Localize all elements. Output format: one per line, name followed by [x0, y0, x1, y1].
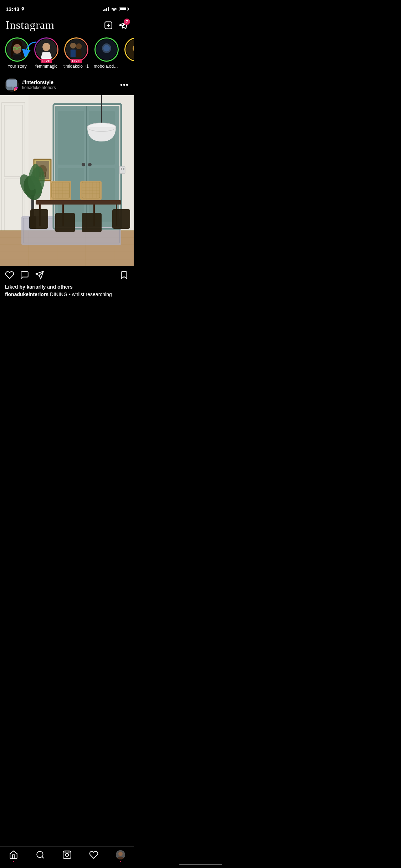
header-icons: 7 — [104, 21, 128, 30]
svg-rect-59 — [121, 168, 122, 170]
clock: 13:43 — [6, 6, 19, 12]
svg-rect-28 — [6, 87, 11, 90]
story-ring-mobola — [94, 37, 119, 62]
svg-rect-66 — [45, 172, 46, 177]
svg-rect-16 — [66, 39, 87, 60]
svg-point-23 — [103, 45, 110, 51]
status-icons — [103, 7, 128, 11]
svg-rect-24 — [126, 39, 134, 60]
blue-arrow-annotation — [22, 40, 40, 58]
messages-button[interactable]: 7 — [119, 21, 128, 30]
post-username[interactable]: #interiorstyle — [22, 79, 117, 85]
post-actions — [0, 266, 134, 284]
svg-rect-76 — [36, 200, 121, 205]
svg-rect-102 — [55, 213, 75, 232]
status-bar: 13:43 — [0, 0, 134, 16]
svg-rect-50 — [58, 111, 84, 165]
live-badge-timidakolo: LIVE — [71, 59, 82, 63]
caption-username: fionadukeinteriors — [5, 291, 48, 297]
story-photo-mobola — [96, 39, 117, 60]
svg-rect-103 — [82, 213, 102, 232]
story-avatar-re — [125, 38, 134, 61]
battery-icon — [119, 7, 128, 11]
wifi-icon — [111, 7, 117, 11]
story-avatar-timidakolo — [65, 38, 87, 61]
svg-rect-104 — [112, 209, 130, 229]
story-avatar-mobola — [96, 38, 118, 61]
svg-rect-101 — [30, 209, 48, 229]
post-image-svg — [0, 95, 134, 266]
share-icon — [35, 270, 44, 280]
liked-by-prefix: Liked by — [5, 284, 27, 290]
svg-point-14 — [42, 43, 50, 51]
share-button[interactable] — [35, 270, 44, 280]
post-more-button[interactable]: ••• — [120, 81, 129, 89]
add-square-icon — [104, 21, 113, 30]
svg-point-19 — [76, 43, 82, 49]
post-image[interactable] — [0, 95, 134, 266]
post-actions-left — [5, 270, 114, 280]
bookmark-icon — [119, 270, 129, 280]
location-icon — [21, 7, 25, 11]
svg-point-56 — [82, 163, 85, 166]
liked-by-text[interactable]: Liked by kariarlly and others — [5, 284, 129, 290]
story-item-mobola[interactable]: mobola.oduk... — [94, 37, 119, 69]
story-label-mobola: mobola.oduk... — [94, 64, 119, 69]
instagram-logo: Instagram — [6, 19, 55, 32]
stories-row: Your story LIVE femmmagic — [0, 36, 134, 74]
story-ring-timidakolo: LIVE — [64, 37, 88, 62]
signal-icon — [103, 7, 109, 11]
app-header: Instagram 7 — [0, 16, 134, 36]
live-badge-femmmagic: LIVE — [41, 59, 52, 63]
svg-rect-27 — [6, 79, 17, 87]
post-caption[interactable]: fionadukeinteriors DINING • whilst resea… — [5, 291, 129, 298]
svg-point-8 — [13, 44, 21, 54]
svg-rect-12 — [12, 55, 21, 60]
add-content-button[interactable] — [104, 21, 113, 30]
story-item-your-story[interactable]: Your story — [5, 37, 29, 69]
svg-rect-60 — [123, 168, 124, 170]
svg-point-57 — [88, 163, 92, 166]
story-ring-re — [124, 37, 134, 62]
comment-button[interactable] — [20, 270, 29, 280]
svg-point-17 — [70, 43, 76, 48]
post-avatar[interactable]: # — [5, 78, 19, 92]
heart-icon — [5, 270, 14, 280]
story-label-femmmagic: femmmagic — [35, 64, 57, 69]
comment-icon — [20, 270, 29, 280]
post-header: # #interiorstyle fionadukeinteriors ••• — [0, 74, 134, 95]
svg-rect-18 — [70, 50, 76, 57]
liked-by-others: others — [57, 284, 73, 290]
post-info: #interiorstyle fionadukeinteriors — [22, 79, 117, 90]
story-label-your-story: Your story — [7, 64, 27, 69]
post-subtitle: fionadukeinteriors — [22, 85, 117, 90]
story-item-re[interactable]: re — [124, 37, 134, 69]
svg-rect-20 — [76, 50, 82, 57]
hashtag-badge: # — [14, 87, 19, 92]
story-photo-timidakolo — [66, 39, 87, 60]
caption-text: DINING • whilst researching — [48, 291, 112, 297]
bookmark-button[interactable] — [119, 270, 129, 280]
svg-rect-58 — [119, 166, 125, 174]
story-label-timidakolo: timidakolo +1 — [63, 64, 89, 69]
story-photo-re — [126, 39, 134, 60]
liked-by-suffix: and — [46, 284, 57, 290]
status-time: 13:43 — [6, 6, 25, 12]
like-button[interactable] — [5, 270, 14, 280]
story-item-timidakolo[interactable]: LIVE timidakolo +1 — [63, 37, 89, 69]
post-meta: Liked by kariarlly and others fionadukei… — [0, 284, 134, 301]
messages-badge: 7 — [124, 19, 130, 25]
liked-by-user: kariarlly — [27, 284, 46, 290]
svg-rect-6 — [11, 46, 13, 57]
